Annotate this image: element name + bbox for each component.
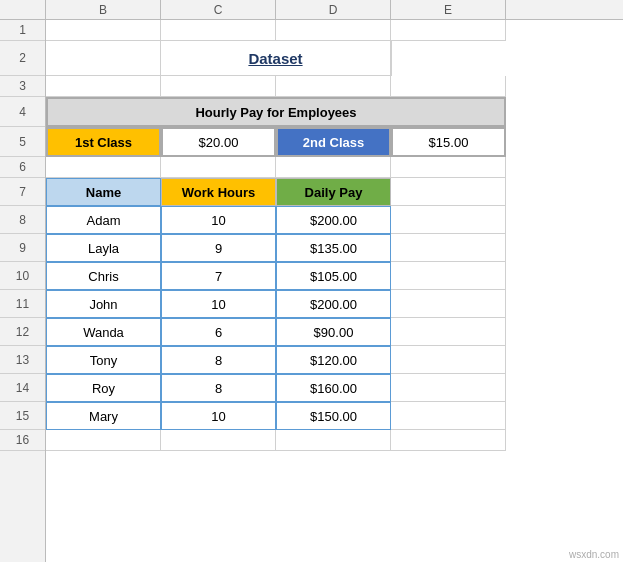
- cell-e2[interactable]: [391, 41, 392, 76]
- cell-e11[interactable]: [391, 290, 506, 318]
- data-pay-1[interactable]: $135.00: [276, 234, 391, 262]
- data-hours-2[interactable]: 7: [161, 262, 276, 290]
- data-name-3[interactable]: John: [46, 290, 161, 318]
- data-hours-5[interactable]: 8: [161, 346, 276, 374]
- cell-e1[interactable]: [391, 20, 506, 41]
- row-1: [46, 20, 623, 41]
- row-13: Tony 8 $120.00: [46, 346, 623, 374]
- data-name-2[interactable]: Chris: [46, 262, 161, 290]
- cell-d1[interactable]: [276, 20, 391, 41]
- row-15: Mary 10 $150.00: [46, 402, 623, 430]
- cell-c16[interactable]: [161, 430, 276, 451]
- col-header-d: D: [276, 0, 391, 19]
- data-hours-7[interactable]: 10: [161, 402, 276, 430]
- data-pay-5[interactable]: $120.00: [276, 346, 391, 374]
- row-header-4: 4: [0, 97, 45, 127]
- cell-e16[interactable]: [391, 430, 506, 451]
- cell-b3[interactable]: [46, 76, 161, 97]
- row-headers: 1 2 3 4 5 6 7 8 9 10 11 12 13 14 15 16: [0, 20, 46, 562]
- row-8: Adam 10 $200.00: [46, 206, 623, 234]
- second-class-value[interactable]: $15.00: [391, 127, 506, 157]
- row-header-11: 11: [0, 290, 45, 318]
- data-name-0[interactable]: Adam: [46, 206, 161, 234]
- row-header-13: 13: [0, 346, 45, 374]
- grid-body: 1 2 3 4 5 6 7 8 9 10 11 12 13 14 15 16: [0, 20, 623, 562]
- row-12: Wanda 6 $90.00: [46, 318, 623, 346]
- row-header-14: 14: [0, 374, 45, 402]
- row-7: Name Work Hours Daily Pay: [46, 178, 623, 206]
- row-header-3: 3: [0, 76, 45, 97]
- row-16: [46, 430, 623, 451]
- data-hours-0[interactable]: 10: [161, 206, 276, 234]
- spreadsheet: B C D E 1 2 3 4 5 6 7 8 9 10 11 12 13 14…: [0, 0, 623, 562]
- row-header-8: 8: [0, 206, 45, 234]
- row-header-2: 2: [0, 41, 45, 76]
- data-hours-1[interactable]: 9: [161, 234, 276, 262]
- cell-e12[interactable]: [391, 318, 506, 346]
- cell-b1[interactable]: [46, 20, 161, 41]
- cell-e13[interactable]: [391, 346, 506, 374]
- row-header-7: 7: [0, 178, 45, 206]
- row-3: [46, 76, 623, 97]
- cell-e10[interactable]: [391, 262, 506, 290]
- data-hours-6[interactable]: 8: [161, 374, 276, 402]
- cell-e9[interactable]: [391, 234, 506, 262]
- col-header-e: E: [391, 0, 506, 19]
- cell-e8[interactable]: [391, 206, 506, 234]
- watermark: wsxdn.com: [569, 549, 619, 560]
- data-name-1[interactable]: Layla: [46, 234, 161, 262]
- cell-e14[interactable]: [391, 374, 506, 402]
- row-header-9: 9: [0, 234, 45, 262]
- header-name: Name: [46, 178, 161, 206]
- dataset-title: Dataset: [161, 41, 391, 76]
- hourly-pay-header: Hourly Pay for Employees: [46, 97, 506, 127]
- data-pay-6[interactable]: $160.00: [276, 374, 391, 402]
- corner-cell: [0, 0, 46, 19]
- row-2: Dataset: [46, 41, 623, 76]
- data-pay-3[interactable]: $200.00: [276, 290, 391, 318]
- row-header-15: 15: [0, 402, 45, 430]
- cell-c1[interactable]: [161, 20, 276, 41]
- cell-e7[interactable]: [391, 178, 506, 206]
- row-header-16: 16: [0, 430, 45, 451]
- row-5: 1st Class $20.00 2nd Class $15.00: [46, 127, 623, 157]
- col-header-b: B: [46, 0, 161, 19]
- data-pay-0[interactable]: $200.00: [276, 206, 391, 234]
- cell-b16[interactable]: [46, 430, 161, 451]
- grid-content: Dataset Hourly Pay for Employees 1st Cla…: [46, 20, 623, 562]
- data-hours-4[interactable]: 6: [161, 318, 276, 346]
- column-headers: B C D E: [0, 0, 623, 20]
- row-header-1: 1: [0, 20, 45, 41]
- cell-e3[interactable]: [391, 76, 506, 97]
- data-pay-2[interactable]: $105.00: [276, 262, 391, 290]
- row-header-5: 5: [0, 127, 45, 157]
- cell-c3[interactable]: [161, 76, 276, 97]
- cell-e15[interactable]: [391, 402, 506, 430]
- row-14: Roy 8 $160.00: [46, 374, 623, 402]
- row-9: Layla 9 $135.00: [46, 234, 623, 262]
- cell-d6[interactable]: [276, 157, 391, 178]
- cell-e6[interactable]: [391, 157, 506, 178]
- cell-d3[interactable]: [276, 76, 391, 97]
- data-pay-4[interactable]: $90.00: [276, 318, 391, 346]
- data-name-7[interactable]: Mary: [46, 402, 161, 430]
- data-hours-3[interactable]: 10: [161, 290, 276, 318]
- row-header-12: 12: [0, 318, 45, 346]
- data-pay-7[interactable]: $150.00: [276, 402, 391, 430]
- cell-b6[interactable]: [46, 157, 161, 178]
- first-class-label[interactable]: 1st Class: [46, 127, 161, 157]
- row-header-10: 10: [0, 262, 45, 290]
- data-name-5[interactable]: Tony: [46, 346, 161, 374]
- row-4: Hourly Pay for Employees: [46, 97, 623, 127]
- row-11: John 10 $200.00: [46, 290, 623, 318]
- cell-b2[interactable]: [46, 41, 161, 76]
- cell-c6[interactable]: [161, 157, 276, 178]
- header-hours: Work Hours: [161, 178, 276, 206]
- second-class-label[interactable]: 2nd Class: [276, 127, 391, 157]
- data-name-6[interactable]: Roy: [46, 374, 161, 402]
- first-class-value[interactable]: $20.00: [161, 127, 276, 157]
- row-header-6: 6: [0, 157, 45, 178]
- data-name-4[interactable]: Wanda: [46, 318, 161, 346]
- cell-d16[interactable]: [276, 430, 391, 451]
- row-6: [46, 157, 623, 178]
